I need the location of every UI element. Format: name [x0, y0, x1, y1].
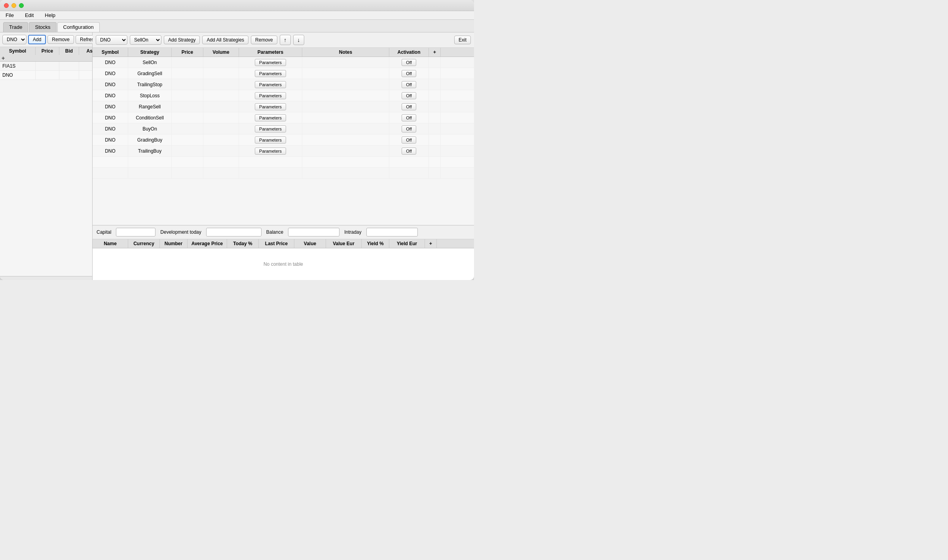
capital-input[interactable] [116, 228, 155, 236]
parameters-cell: Parameters [239, 90, 302, 101]
activation-cell: Off [389, 112, 429, 123]
add-strategy-button[interactable]: Add Strategy [164, 36, 200, 44]
left-symbol-select[interactable]: DNO [2, 35, 27, 44]
table-row: FIA1S [0, 62, 92, 71]
up-arrow-button[interactable]: ↑ [280, 35, 291, 45]
strategy-cell: TrailingBuy [128, 146, 172, 156]
activation-button[interactable]: Off [402, 136, 416, 144]
table-row: DNO [0, 71, 92, 80]
portfolio-body: No content in table [93, 248, 474, 280]
right-strategy-select[interactable]: SellOn [130, 35, 161, 45]
exit-button[interactable]: Exit [454, 36, 471, 44]
price-cell [172, 101, 203, 112]
parameters-cell: Parameters [239, 79, 302, 90]
notes-cell [302, 112, 389, 123]
volume-cell [203, 101, 239, 112]
col-yield-pct: Yield % [362, 239, 389, 248]
activation-button[interactable]: Off [402, 148, 416, 155]
left-panel: DNO Add Remove Refresh Start Stop Symbol… [0, 32, 93, 280]
price-cell [172, 90, 203, 101]
symbol-cell: FIA1S [0, 62, 36, 70]
balance-input[interactable] [288, 228, 339, 236]
menu-help[interactable]: Help [42, 12, 58, 19]
bid-cell [59, 62, 79, 70]
price-cell [172, 134, 203, 145]
col-activation: Activation [389, 48, 429, 57]
menu-edit[interactable]: Edit [23, 12, 36, 19]
development-today-input[interactable] [206, 228, 262, 236]
col-price: Price [36, 47, 59, 55]
col-strategy: Strategy [128, 48, 172, 57]
notes-cell [302, 90, 389, 101]
activation-button[interactable]: Off [402, 92, 416, 99]
right-remove-button[interactable]: Remove [251, 36, 277, 44]
table-row: DNO StopLoss Parameters Off [93, 90, 474, 101]
col-name: Name [93, 239, 128, 248]
col-plus: + [425, 239, 437, 248]
right-table-container: Symbol Strategy Price Volume Parameters … [93, 48, 474, 225]
plus-cell [429, 146, 441, 156]
price-cell [36, 62, 59, 70]
remove-button[interactable]: Remove [47, 35, 74, 44]
strategy-cell: ConditionSell [128, 112, 172, 123]
activation-button[interactable]: Off [402, 125, 416, 132]
development-today-label: Development today [160, 229, 201, 235]
col-symbol: Symbol [0, 47, 36, 55]
strategy-cell: RangeSell [128, 101, 172, 112]
symbol-cell: DNO [93, 79, 128, 90]
tab-configuration[interactable]: Configuration [57, 22, 100, 32]
symbol-cell: DNO [93, 146, 128, 156]
maximize-button[interactable] [19, 3, 24, 8]
parameters-button[interactable]: Parameters [255, 136, 286, 144]
intraday-input[interactable] [366, 228, 418, 236]
strategy-cell: GradingSell [128, 68, 172, 79]
col-price: Price [172, 48, 203, 57]
parameters-button[interactable]: Parameters [255, 148, 286, 155]
symbol-cell: DNO [93, 112, 128, 123]
close-button[interactable] [4, 3, 9, 8]
parameters-button[interactable]: Parameters [255, 125, 286, 132]
parameters-button[interactable]: Parameters [255, 70, 286, 77]
activation-button[interactable]: Off [402, 59, 416, 66]
no-content-label: No content in table [264, 261, 303, 267]
col-volume: Volume [203, 48, 239, 57]
menu-file[interactable]: File [3, 12, 16, 19]
parameters-cell: Parameters [239, 112, 302, 123]
parameters-button[interactable]: Parameters [255, 92, 286, 99]
tab-trade[interactable]: Trade [3, 22, 28, 32]
volume-cell [203, 79, 239, 90]
add-col-icon[interactable]: + [0, 55, 6, 61]
symbol-cell: DNO [0, 71, 36, 79]
capital-row: Capital Development today Balance Intrad… [93, 225, 474, 239]
activation-button[interactable]: Off [402, 81, 416, 88]
activation-button[interactable]: Off [402, 114, 416, 121]
plus-cell [429, 101, 441, 112]
left-toolbar: DNO Add Remove Refresh Start Stop [0, 32, 92, 47]
parameters-button[interactable]: Parameters [255, 103, 286, 110]
parameters-button[interactable]: Parameters [255, 81, 286, 88]
volume-cell [203, 146, 239, 156]
strategy-cell: TrailingStop [128, 79, 172, 90]
add-all-strategies-button[interactable]: Add All Strategies [202, 36, 248, 44]
activation-button[interactable]: Off [402, 103, 416, 110]
plus-cell [429, 134, 441, 145]
parameters-button[interactable]: Parameters [255, 114, 286, 121]
parameters-cell: Parameters [239, 101, 302, 112]
down-arrow-button[interactable]: ↓ [293, 35, 304, 45]
parameters-cell: Parameters [239, 123, 302, 134]
plus-cell [429, 123, 441, 134]
tab-stocks[interactable]: Stocks [29, 22, 56, 32]
activation-button[interactable]: Off [402, 70, 416, 77]
bottom-section: Capital Development today Balance Intrad… [93, 225, 474, 280]
activation-cell: Off [389, 79, 429, 90]
col-number: Number [160, 239, 188, 248]
volume-cell [203, 57, 239, 68]
symbol-cell: DNO [93, 101, 128, 112]
parameters-button[interactable]: Parameters [255, 59, 286, 66]
add-button[interactable]: Add [28, 35, 46, 44]
left-footer [0, 276, 92, 280]
volume-cell [203, 134, 239, 145]
right-symbol-select[interactable]: DNO [96, 35, 127, 45]
notes-cell [302, 134, 389, 145]
minimize-button[interactable] [11, 3, 16, 8]
